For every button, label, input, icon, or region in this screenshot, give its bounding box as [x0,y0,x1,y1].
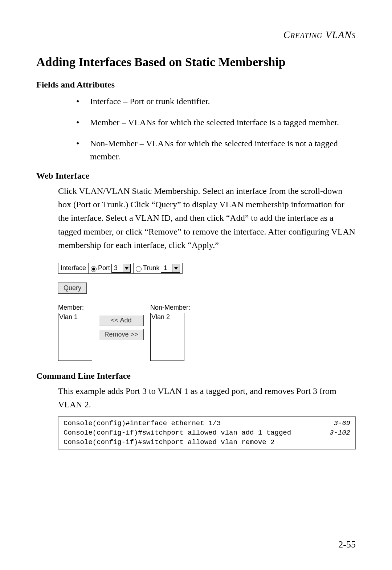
port-radio-cell[interactable]: Port 3 [88,263,133,274]
nonmember-column: Non-Member: Vlan 2 [150,304,190,361]
query-button[interactable]: Query [58,282,87,294]
remove-button[interactable]: Remove >> [99,329,144,340]
port-radio-icon [91,266,97,272]
list-item[interactable]: Vlan 1 [59,313,92,321]
cli-ref [343,438,350,447]
port-radio-label: Port [98,264,110,272]
page-number: 2-55 [338,539,356,550]
vlan-membership-panel: Interface Port 3 Trunk 1 [58,263,247,361]
fields-list: Interface – Port or trunk identifier. Me… [36,95,356,163]
nonmember-label: Non-Member: [150,304,190,312]
running-head: Creating VLANs [36,29,356,41]
cli-ref: 3-69 [326,419,350,428]
trunk-select-value: 1 [161,264,172,272]
cli-ref: 3-102 [322,428,350,438]
cli-heading: Command Line Interface [36,371,356,381]
nonmember-listbox[interactable]: Vlan 2 [150,313,184,361]
add-button[interactable]: << Add [99,315,144,326]
list-item[interactable]: Vlan 2 [151,313,184,321]
chevron-down-icon[interactable] [172,264,180,272]
trunk-select[interactable]: 1 [161,264,180,273]
chevron-down-icon[interactable] [123,264,130,272]
cli-line: Console(config-if)#switchport allowed vl… [64,438,350,447]
fields-heading: Fields and Attributes [36,80,356,90]
web-interface-heading: Web Interface [36,171,356,181]
cli-output-box: Console(config)#interface ethernet 1/3 3… [58,416,356,449]
cli-paragraph: This example adds Port 3 to VLAN 1 as a … [58,384,356,411]
field-item: Interface – Port or trunk identifier. [76,95,356,108]
svg-marker-0 [125,267,128,270]
port-select[interactable]: 3 [111,264,131,273]
cli-command: Console(config-if)#switchport allowed vl… [64,428,291,438]
member-listbox[interactable]: Vlan 1 [58,313,92,361]
cli-line: Console(config)#interface ethernet 1/3 3… [64,419,350,428]
field-item: Non-Member – VLANs for which the selecte… [76,137,356,163]
interface-label: Interface [58,263,88,274]
member-column: Member: Vlan 1 [58,304,92,361]
page-title: Adding Interfaces Based on Static Member… [36,55,356,69]
field-item: Member – VLANs for which the selected in… [76,116,356,129]
member-label: Member: [58,304,92,312]
interface-selector-row: Interface Port 3 Trunk 1 [58,263,247,274]
cli-command: Console(config)#interface ethernet 1/3 [64,419,221,428]
cli-line: Console(config-if)#switchport allowed vl… [64,428,350,438]
trunk-radio-cell[interactable]: Trunk 1 [133,263,183,274]
svg-marker-1 [174,267,178,270]
trunk-radio-icon [136,266,142,272]
running-head-text: Creating VLANs [283,29,356,40]
port-select-value: 3 [112,264,123,272]
cli-command: Console(config-if)#switchport allowed vl… [64,438,275,447]
trunk-radio-label: Trunk [143,264,159,272]
web-interface-paragraph: Click VLAN/VLAN Static Membership. Selec… [58,184,356,252]
